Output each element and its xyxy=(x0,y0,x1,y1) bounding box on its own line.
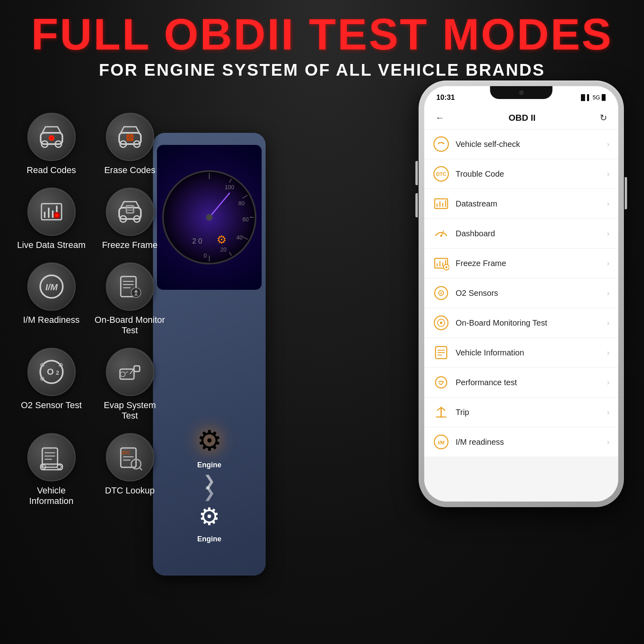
feature-vehicle-info: DTC Vehicle Information xyxy=(16,433,87,506)
svg-text:2 0: 2 0 xyxy=(192,237,202,245)
im-readiness-menu-label: I/M readiness xyxy=(456,438,601,447)
engine-icons-area: ⚙ Engine ❯ ❯ ⚙ Engine xyxy=(153,427,266,543)
svg-rect-21 xyxy=(126,206,134,213)
evap-icon-circle xyxy=(106,348,154,396)
menu-item-freeze-frame[interactable]: Freeze Frame › xyxy=(424,249,618,278)
app-header: ← OBD II ↻ xyxy=(424,106,618,130)
speedometer-display: 100 80 60 40 20 0 ⚙ 2 0 xyxy=(157,145,262,290)
menu-item-o2-sensors[interactable]: O2 Sensors › xyxy=(424,279,618,308)
im-readiness-chevron: › xyxy=(607,438,609,446)
trouble-code-chevron: › xyxy=(607,170,609,178)
freeze-frame-icon-circle xyxy=(106,188,154,236)
phone-shell: 10:31 ▐▌▌ 5G ▉ ← OBD II ↻ xyxy=(419,80,624,507)
svg-line-57 xyxy=(139,467,142,470)
o2-sensor-icon: O 2 xyxy=(37,358,66,386)
svg-point-99 xyxy=(440,322,442,324)
dtc-lookup-label: DTC Lookup xyxy=(105,485,155,496)
feature-im-readiness: I/M I/M Readiness xyxy=(16,262,87,336)
blue-case: 100 80 60 40 20 0 ⚙ 2 0 ⚙ Engine ❯ ❯ ⚙ E… xyxy=(153,133,266,576)
main-title: FULL OBDII TEST MODES xyxy=(0,12,644,56)
svg-text:20: 20 xyxy=(220,246,227,253)
trip-icon xyxy=(433,404,449,420)
menu-list: Vehicle self-check › DTC Trouble Code › xyxy=(424,130,618,502)
live-data-icon-circle xyxy=(27,188,76,236)
svg-text:0: 0 xyxy=(204,252,207,259)
svg-text:100: 100 xyxy=(225,184,234,190)
freeze-frame-icon xyxy=(116,198,144,226)
on-board-monitor-label: On-Board Monitoring Test xyxy=(456,318,601,328)
svg-text:I/M: I/M xyxy=(45,282,58,292)
menu-item-trip[interactable]: Trip › xyxy=(424,398,618,427)
svg-text:80: 80 xyxy=(238,200,245,206)
freeze-frame-label: Freeze Frame xyxy=(102,240,157,250)
svg-text:60: 60 xyxy=(242,216,249,223)
refresh-button[interactable]: ↻ xyxy=(600,113,607,123)
performance-label: Performance test xyxy=(456,378,601,387)
status-icons: ▐▌▌ 5G ▉ xyxy=(579,92,606,101)
svg-point-76 xyxy=(434,137,448,151)
menu-item-trouble-code[interactable]: DTC Trouble Code › xyxy=(424,159,618,188)
trip-chevron: › xyxy=(607,408,609,417)
datastream-icon xyxy=(433,196,449,212)
menu-item-performance[interactable]: Performance test › xyxy=(424,368,618,397)
menu-item-self-check[interactable]: Vehicle self-check › xyxy=(424,130,618,159)
performance-icon xyxy=(433,374,449,390)
freeze-frame-menu-label: Freeze Frame xyxy=(456,259,601,268)
im-readiness-icon-circle: I/M xyxy=(27,262,76,311)
svg-point-85 xyxy=(440,235,442,237)
evap-label: Evap System Test xyxy=(95,400,165,421)
im-readiness-menu-icon: I/M xyxy=(433,434,449,450)
svg-point-4 xyxy=(50,137,53,139)
dashboard-icon xyxy=(433,225,449,242)
dashboard-label: Dashboard xyxy=(456,229,601,238)
trouble-code-label: Trouble Code xyxy=(456,169,601,179)
svg-point-42 xyxy=(120,372,125,377)
arrow-2: ❯ xyxy=(203,487,215,499)
vehicle-info-label: Vehicle Information xyxy=(16,485,87,506)
feature-on-board: On-Board Monitor Test xyxy=(95,262,165,336)
feature-erase-codes: Erase Codes xyxy=(95,113,165,175)
svg-text:DTC: DTC xyxy=(122,451,130,455)
dtc-lookup-icon-circle: DTC xyxy=(106,433,154,481)
menu-item-on-board-monitor[interactable]: On-Board Monitoring Test › xyxy=(424,308,618,337)
front-camera xyxy=(519,90,524,95)
svg-rect-39 xyxy=(120,369,134,379)
speedometer-svg: 100 80 60 40 20 0 ⚙ 2 0 xyxy=(161,169,258,266)
o2-sensors-icon xyxy=(433,285,449,301)
svg-point-96 xyxy=(440,292,442,294)
app-title: OBD II xyxy=(508,113,535,123)
battery-icon: ▉ xyxy=(602,94,606,101)
on-board-label: On-Board Monitor Test xyxy=(95,315,165,336)
feature-read-codes: Read Codes xyxy=(16,113,87,175)
svg-line-43 xyxy=(125,372,128,373)
svg-rect-40 xyxy=(134,366,140,372)
signal-type: 5G xyxy=(592,94,600,101)
svg-text:2: 2 xyxy=(56,369,59,376)
engine-label-2: Engine xyxy=(197,535,221,543)
on-board-monitor-menu-icon xyxy=(433,315,449,331)
freeze-frame-menu-chevron: › xyxy=(607,259,609,268)
svg-text:O: O xyxy=(47,367,54,377)
engine-arrows: ❯ ❯ xyxy=(203,475,215,499)
erase-codes-label: Erase Codes xyxy=(104,165,155,175)
features-grid: Read Codes Erase Codes xyxy=(16,113,165,506)
menu-item-im-readiness[interactable]: I/M I/M readiness › xyxy=(424,427,618,456)
vehicle-info-icon-circle: DTC xyxy=(27,433,76,481)
vehicle-info-menu-chevron: › xyxy=(607,349,609,357)
status-time: 10:31 xyxy=(436,91,455,102)
o2-sensor-icon-circle: O 2 xyxy=(27,348,76,396)
live-data-icon xyxy=(37,198,66,226)
datastream-label: Datastream xyxy=(456,199,601,208)
header-section: FULL OBDII TEST MODES FOR ENGINE SYSTEM … xyxy=(0,12,644,80)
menu-item-vehicle-info[interactable]: Vehicle Information › xyxy=(424,338,618,367)
engine-orange-icon: ⚙ xyxy=(197,427,222,455)
o2-sensors-label: O2 Sensors xyxy=(456,289,601,298)
menu-item-dashboard[interactable]: Dashboard › xyxy=(424,219,618,248)
trip-label: Trip xyxy=(456,408,601,417)
im-readiness-label: I/M Readiness xyxy=(23,315,80,325)
svg-text:DTC: DTC xyxy=(436,171,446,177)
o2-sensors-chevron: › xyxy=(607,289,609,297)
back-button[interactable]: ← xyxy=(436,113,444,123)
menu-item-datastream[interactable]: Datastream › xyxy=(424,189,618,218)
on-board-monitor-chevron: › xyxy=(607,319,609,327)
